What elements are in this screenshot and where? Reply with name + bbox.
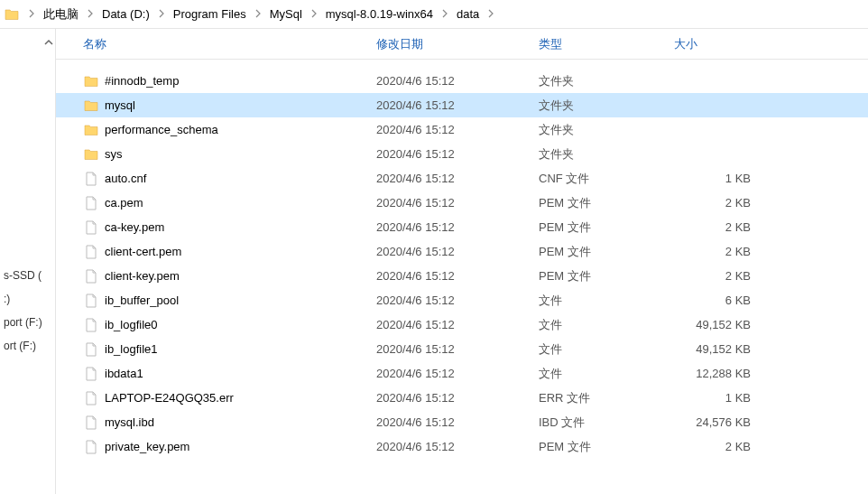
file-name: #innodb_temp — [105, 74, 179, 88]
file-row[interactable]: ca-key.pem2020/4/6 15:12PEM 文件2 KB — [56, 215, 868, 239]
file-date: 2020/4/6 15:12 — [376, 74, 539, 88]
file-row[interactable]: mysql2020/4/6 15:12文件夹 — [56, 93, 868, 117]
file-type: CNF 文件 — [539, 171, 674, 187]
file-icon — [83, 244, 99, 260]
file-row[interactable]: mysql.ibd2020/4/6 15:12IBD 文件24,576 KB — [56, 410, 868, 434]
file-name: ib_buffer_pool — [105, 294, 179, 307]
chevron-right-icon[interactable] — [250, 9, 266, 20]
file-type: PEM 文件 — [539, 268, 674, 284]
file-size: 2 KB — [674, 245, 760, 258]
file-row[interactable]: private_key.pem2020/4/6 15:12PEM 文件2 KB — [56, 434, 868, 459]
scroll-up-icon[interactable] — [41, 34, 56, 50]
file-name: LAPTOP-E24QGQ35.err — [105, 391, 234, 405]
chevron-right-icon[interactable] — [82, 9, 98, 20]
file-name: client-key.pem — [105, 269, 180, 283]
file-type: 文件 — [539, 317, 674, 333]
file-row[interactable]: ibdata12020/4/6 15:12文件12,288 KB — [56, 361, 868, 386]
file-type: 文件 — [539, 366, 674, 382]
file-icon — [83, 439, 99, 455]
file-icon — [83, 317, 99, 333]
folder-icon — [83, 122, 99, 138]
file-size: 2 KB — [674, 196, 760, 210]
file-size: 49,152 KB — [674, 318, 760, 331]
breadcrumb-item[interactable]: Data (D:) — [98, 5, 153, 23]
file-type: PEM 文件 — [539, 244, 674, 260]
nav-tree-item[interactable]: s-SSD ( — [0, 264, 55, 287]
file-name: mysql — [105, 98, 135, 112]
file-icon — [83, 195, 99, 211]
chevron-right-icon[interactable] — [23, 9, 40, 20]
file-row[interactable]: ib_logfile12020/4/6 15:12文件49,152 KB — [56, 337, 868, 361]
file-name: ca.pem — [105, 196, 143, 210]
file-type: 文件夹 — [539, 98, 674, 114]
chevron-right-icon[interactable] — [437, 9, 453, 20]
file-size: 1 KB — [674, 391, 760, 405]
file-name: ca-key.pem — [105, 220, 164, 234]
file-icon — [83, 415, 99, 431]
file-date: 2020/4/6 15:12 — [376, 98, 539, 112]
file-date: 2020/4/6 15:12 — [376, 123, 539, 136]
file-row[interactable]: client-cert.pem2020/4/6 15:12PEM 文件2 KB — [56, 239, 868, 264]
column-date-header[interactable]: 修改日期 — [376, 36, 539, 52]
file-row[interactable]: sys2020/4/6 15:12文件夹 — [56, 142, 868, 166]
breadcrumb-item[interactable]: MySql — [266, 5, 306, 23]
file-row[interactable]: LAPTOP-E24QGQ35.err2020/4/6 15:12ERR 文件1… — [56, 386, 868, 410]
file-type: 文件夹 — [539, 73, 674, 89]
nav-tree-item[interactable]: ort (F:) — [0, 334, 55, 358]
file-list-panel: 名称 修改日期 类型 大小 #innodb_temp2020/4/6 15:12… — [56, 29, 868, 494]
file-type: 文件夹 — [539, 146, 674, 163]
file-icon — [83, 268, 99, 284]
file-row[interactable]: client-key.pem2020/4/6 15:12PEM 文件2 KB — [56, 264, 868, 288]
file-name: auto.cnf — [105, 172, 146, 185]
file-row[interactable]: ib_logfile02020/4/6 15:12文件49,152 KB — [56, 312, 868, 337]
file-date: 2020/4/6 15:12 — [376, 415, 539, 429]
file-size: 12,288 KB — [674, 367, 760, 380]
folder-icon — [4, 6, 20, 23]
chevron-right-icon[interactable] — [483, 9, 499, 20]
nav-tree-item[interactable]: :) — [0, 287, 55, 311]
file-date: 2020/4/6 15:12 — [376, 196, 539, 210]
column-name-header[interactable]: 名称 — [83, 36, 376, 52]
file-date: 2020/4/6 15:12 — [376, 440, 539, 453]
file-row[interactable]: #innodb_temp2020/4/6 15:12文件夹 — [56, 69, 868, 93]
file-row[interactable]: auto.cnf2020/4/6 15:12CNF 文件1 KB — [56, 166, 868, 191]
file-type: PEM 文件 — [539, 219, 674, 236]
folder-icon — [83, 73, 99, 89]
chevron-right-icon[interactable] — [306, 9, 322, 20]
column-size-header[interactable]: 大小 — [674, 36, 760, 52]
file-name: sys — [105, 147, 123, 161]
file-size: 49,152 KB — [674, 342, 760, 356]
file-name: performance_schema — [105, 123, 218, 136]
file-icon — [83, 341, 99, 358]
nav-tree-item[interactable]: port (F:) — [0, 311, 55, 334]
file-date: 2020/4/6 15:12 — [376, 220, 539, 234]
file-icon — [83, 390, 99, 406]
file-date: 2020/4/6 15:12 — [376, 391, 539, 405]
chevron-right-icon[interactable] — [153, 9, 170, 20]
file-row[interactable]: ib_buffer_pool2020/4/6 15:12文件6 KB — [56, 288, 868, 312]
breadcrumb-item[interactable]: data — [453, 5, 483, 23]
folder-icon — [83, 146, 99, 163]
file-date: 2020/4/6 15:12 — [376, 367, 539, 380]
file-size: 2 KB — [674, 269, 760, 283]
file-size: 6 KB — [674, 294, 760, 307]
column-type-header[interactable]: 类型 — [539, 36, 674, 52]
file-date: 2020/4/6 15:12 — [376, 147, 539, 161]
breadcrumb-item[interactable]: mysql-8.0.19-winx64 — [322, 5, 437, 23]
file-name: ib_logfile0 — [105, 318, 158, 331]
file-size: 2 KB — [674, 220, 760, 234]
file-icon — [83, 171, 99, 187]
file-icon — [83, 366, 99, 382]
breadcrumb-item[interactable]: 此电脑 — [40, 5, 82, 24]
address-bar[interactable]: 此电脑Data (D:)Program FilesMySqlmysql-8.0.… — [0, 0, 868, 29]
column-headers: 名称 修改日期 类型 大小 — [56, 29, 868, 60]
breadcrumb: 此电脑Data (D:)Program FilesMySqlmysql-8.0.… — [23, 5, 864, 24]
file-type: 文件夹 — [539, 122, 674, 138]
navigation-pane[interactable]: s-SSD (:)port (F:)ort (F:) — [0, 29, 56, 494]
file-row[interactable]: ca.pem2020/4/6 15:12PEM 文件2 KB — [56, 191, 868, 215]
file-row[interactable]: performance_schema2020/4/6 15:12文件夹 — [56, 117, 868, 142]
breadcrumb-item[interactable]: Program Files — [170, 5, 250, 23]
file-name: client-cert.pem — [105, 245, 181, 258]
file-type: IBD 文件 — [539, 415, 674, 431]
file-type: 文件 — [539, 341, 674, 358]
